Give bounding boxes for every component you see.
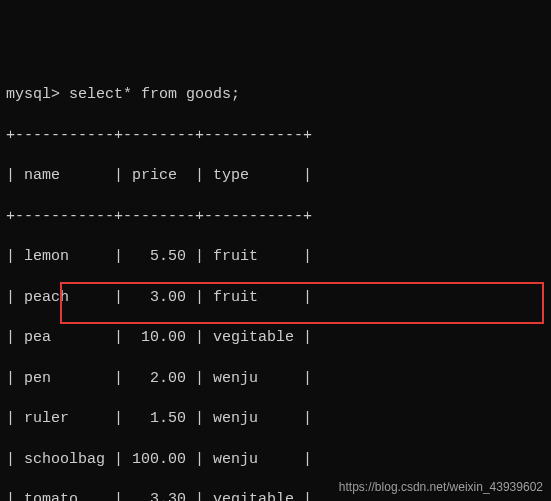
table1-row-pen: | pen | 2.00 | wenju | — [6, 369, 545, 389]
watermark-text: https://blog.csdn.net/weixin_43939602 — [339, 479, 543, 495]
table1-row-lemon: | lemon | 5.50 | fruit | — [6, 247, 545, 267]
prompt-line-1[interactable]: mysql> select* from goods; — [6, 85, 545, 105]
table1-border-mid: +-----------+--------+-----------+ — [6, 207, 545, 227]
table1-row-schoolbag: | schoolbag | 100.00 | wenju | — [6, 450, 545, 470]
table1-row-pea: | pea | 10.00 | vegitable | — [6, 328, 545, 348]
table1-header: | name | price | type | — [6, 166, 545, 186]
table1-border-top: +-----------+--------+-----------+ — [6, 126, 545, 146]
table1-row-peach: | peach | 3.00 | fruit | — [6, 288, 545, 308]
table1-row-ruler: | ruler | 1.50 | wenju | — [6, 409, 545, 429]
